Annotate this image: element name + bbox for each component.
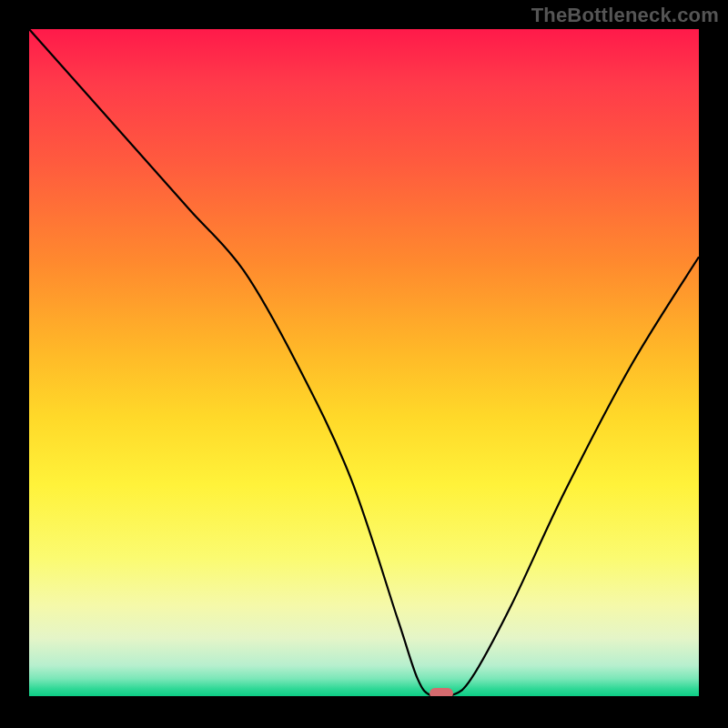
watermark-text: TheBottleneck.com <box>531 4 719 27</box>
x-axis-line <box>29 696 699 699</box>
chart-container: TheBottleneck.com <box>0 0 728 728</box>
plot-area <box>29 29 699 699</box>
bottleneck-curve <box>29 29 699 699</box>
curve-path <box>29 29 699 698</box>
